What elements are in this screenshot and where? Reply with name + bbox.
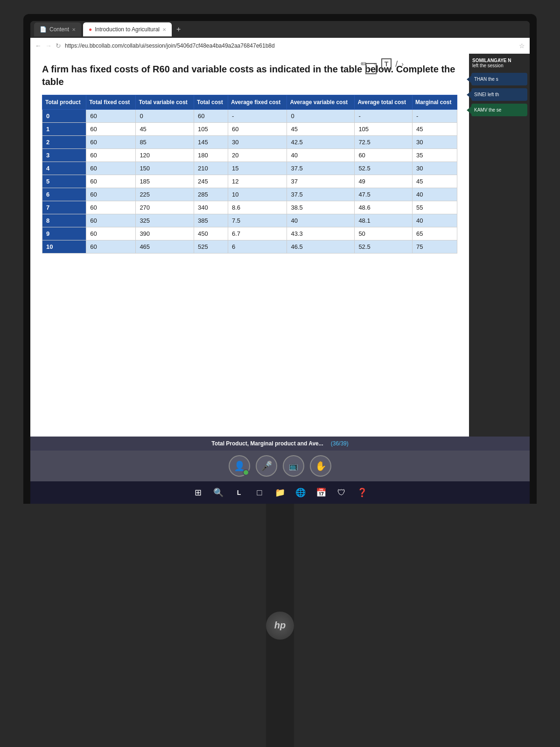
table-cell-tc: 385 — [194, 214, 228, 227]
refresh-icon[interactable]: ↻ — [56, 42, 61, 49]
bookmark-icon[interactable]: ☆ — [519, 42, 525, 49]
table-cell-avc: 46.5 — [287, 240, 355, 254]
table-cell-afc: 12 — [228, 175, 287, 188]
table-row: 260851453042.572.530 — [42, 136, 457, 149]
table-cell-product: 10 — [42, 240, 86, 254]
screen-share-button[interactable]: 📺 — [283, 455, 304, 477]
table-cell-tvc: 45 — [136, 123, 194, 136]
files-icon[interactable]: L — [231, 484, 247, 501]
table-cell-mc: 30 — [413, 162, 457, 175]
expand-icon[interactable]: ⤢ — [365, 63, 377, 74]
text-icon[interactable]: T — [381, 58, 392, 70]
search-taskbar-icon[interactable]: 🔍 — [210, 484, 227, 501]
table-cell-afc: 7.5 — [228, 214, 287, 227]
table-cell-product: 7 — [42, 201, 86, 214]
score-label: (36/39) — [331, 440, 349, 447]
bottom-bar: Total Product, Marginal product and Ave.… — [30, 437, 530, 451]
table-cell-tvc: 185 — [136, 175, 194, 188]
side-panel-item-3-label: KAMV the se — [474, 107, 525, 113]
toolbar-icons: ⤢ ✏ · T / › — [361, 58, 404, 70]
table-cell-tvc: 325 — [136, 214, 194, 227]
table-cell-mc: 35 — [413, 149, 457, 162]
cost-table: Total product Total fixed cost Total var… — [42, 95, 457, 254]
table-row: 9603904506.743.35065 — [42, 227, 457, 240]
table-cell-avc: 37.5 — [287, 162, 355, 175]
table-cell-product: 2 — [42, 136, 86, 149]
table-cell-mc: 40 — [413, 188, 457, 201]
table-cell-atc: 60 — [355, 149, 413, 162]
tab-agricultural-close[interactable]: ✕ — [162, 27, 166, 32]
table-cell-avc: 42.5 — [287, 136, 355, 149]
table-cell-tfc: 60 — [86, 188, 136, 201]
table-cell-mc: 30 — [413, 136, 457, 149]
table-row: 4601502101537.552.530 — [42, 162, 457, 175]
table-cell-tvc: 0 — [136, 110, 194, 123]
table-cell-avc: 37.5 — [287, 188, 355, 201]
table-cell-afc: 60 — [228, 123, 287, 136]
table-cell-product: 6 — [42, 188, 86, 201]
table-cell-tvc: 150 — [136, 162, 194, 175]
tab-agricultural[interactable]: ● Introduction to Agricultural ✕ — [83, 22, 172, 36]
table-cell-tc: 180 — [194, 149, 228, 162]
new-tab-button[interactable]: + — [174, 25, 183, 34]
table-cell-afc: 30 — [228, 136, 287, 149]
table-cell-tvc: 270 — [136, 201, 194, 214]
table-cell-tfc: 60 — [86, 110, 136, 123]
table-cell-atc: - — [355, 110, 413, 123]
table-cell-mc: 45 — [413, 123, 457, 136]
shield-icon[interactable]: 🛡 — [333, 484, 350, 501]
side-panel-item-2[interactable]: SINEI left th — [471, 88, 527, 101]
th-total-fixed-cost: Total fixed cost — [86, 95, 136, 110]
browser-icon[interactable]: 🌐 — [292, 484, 309, 501]
table-cell-avc: 38.5 — [287, 201, 355, 214]
table-cell-avc: 40 — [287, 214, 355, 227]
back-icon[interactable]: ← — [35, 42, 42, 49]
table-cell-tfc: 60 — [86, 123, 136, 136]
table-cell-tfc: 60 — [86, 240, 136, 254]
table-cell-tvc: 225 — [136, 188, 194, 201]
window-manager-icon[interactable]: □ — [251, 484, 268, 501]
forward-icon[interactable]: → — [45, 42, 52, 49]
address-input[interactable] — [65, 42, 515, 49]
th-marginal-cost: Marginal cost — [413, 95, 457, 110]
table-cell-tc: 60 — [194, 110, 228, 123]
table-cell-afc: 6 — [228, 240, 287, 254]
more-icon[interactable]: › — [401, 60, 404, 68]
side-panel-item-1-label: THAN the s — [474, 77, 525, 82]
th-average-fixed-cost: Average fixed cost — [228, 95, 287, 110]
table-cell-tc: 145 — [194, 136, 228, 149]
table-cell-tfc: 60 — [86, 214, 136, 227]
windows-start-icon[interactable]: ⊞ — [189, 484, 206, 501]
table-row: 8603253857.54048.140 — [42, 214, 457, 227]
th-total-cost: Total cost — [194, 95, 228, 110]
help-icon[interactable]: ❓ — [354, 484, 371, 501]
calendar-icon[interactable]: 📅 — [313, 484, 329, 501]
hand-raise-button[interactable]: ✋ — [310, 455, 331, 477]
bottom-bar-label: Total Product, Marginal product and Ave.… — [211, 440, 323, 447]
table-cell-tc: 340 — [194, 201, 228, 214]
tab-content-label: Content — [49, 26, 69, 33]
table-row: 1060465525646.552.575 — [42, 240, 457, 254]
table-row: 060060-0-- — [42, 110, 457, 123]
table-cell-product: 9 — [42, 227, 86, 240]
hp-logo: hp — [266, 612, 294, 640]
table-cell-tvc: 85 — [136, 136, 194, 149]
hand-raise-icon: ✋ — [315, 460, 327, 472]
table-cell-mc: - — [413, 110, 457, 123]
th-total-product: Total product — [42, 95, 86, 110]
side-panel-item-3[interactable]: KAMV the se — [471, 104, 527, 116]
table-cell-avc: 40 — [287, 149, 355, 162]
tab-content-close[interactable]: ✕ — [72, 27, 76, 32]
table-cell-tvc: 465 — [136, 240, 194, 254]
folder-icon[interactable]: 📁 — [272, 484, 288, 501]
slash-icon[interactable]: / — [395, 59, 398, 69]
table-cell-afc: 6.7 — [228, 227, 287, 240]
side-panel-item-1[interactable]: THAN the s — [471, 73, 527, 85]
table-cell-tfc: 60 — [86, 136, 136, 149]
screen-content: ⤢ ✏ · T / › A firm has fixed costs of R6… — [30, 54, 530, 437]
table-cell-mc: 40 — [413, 214, 457, 227]
mic-button[interactable]: 🎤 — [256, 455, 277, 477]
user-avatar-button[interactable]: 👤 — [229, 455, 250, 477]
tab-content[interactable]: 📄 Content ✕ — [34, 22, 81, 36]
table-cell-product: 3 — [42, 149, 86, 162]
